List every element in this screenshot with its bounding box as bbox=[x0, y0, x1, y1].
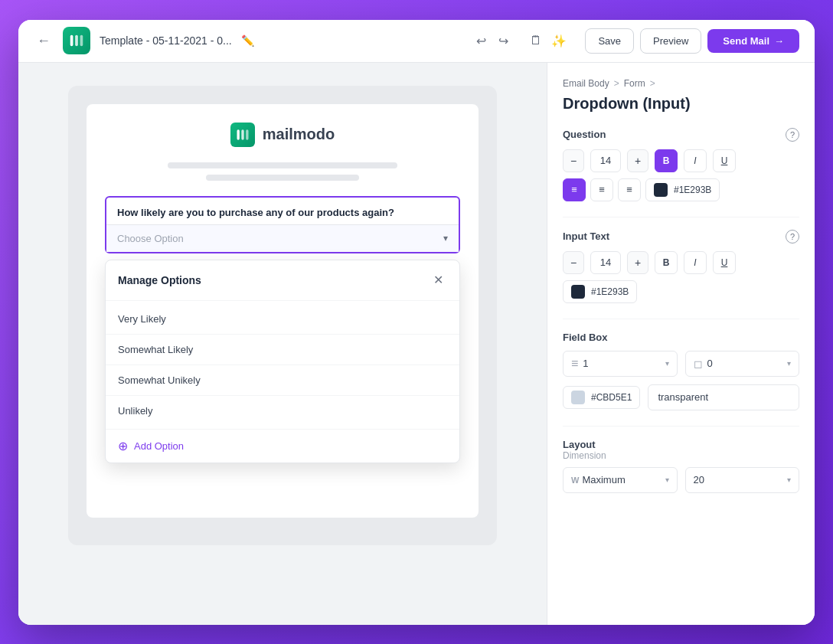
question-align-row: ≡ ≡ ≡ #1E293B bbox=[563, 178, 799, 201]
send-arrow-icon: → bbox=[774, 35, 784, 47]
right-panel: Email Body > Form > Dropdown (Input) Que… bbox=[547, 63, 815, 625]
border-radius-chevron: ▾ bbox=[787, 359, 791, 368]
svg-rect-3 bbox=[237, 129, 239, 139]
question-italic-button[interactable]: I bbox=[684, 149, 707, 172]
question-font-increase[interactable]: + bbox=[627, 149, 648, 172]
field-border-color-value: #CBD5E1 bbox=[591, 392, 632, 403]
add-circle-icon: ⊕ bbox=[118, 439, 128, 453]
input-text-label: Input Text bbox=[563, 230, 609, 242]
border-width-chevron: ▾ bbox=[665, 359, 669, 368]
comment-icon[interactable]: 🗒 bbox=[530, 34, 542, 48]
border-radius-select[interactable]: ◻ 0 ▾ bbox=[685, 351, 800, 377]
question-align-left[interactable]: ≡ bbox=[563, 178, 586, 201]
question-bold-button[interactable]: B bbox=[655, 149, 678, 172]
svg-rect-1 bbox=[75, 35, 78, 47]
email-logo-area: mailmodo bbox=[105, 123, 460, 147]
input-underline-button[interactable]: U bbox=[713, 251, 736, 274]
add-option-button[interactable]: ⊕ Add Option bbox=[106, 429, 459, 463]
list-item[interactable]: Unlikely bbox=[106, 396, 459, 426]
breadcrumb-email-body[interactable]: Email Body bbox=[563, 78, 609, 89]
width-type-chevron: ▾ bbox=[665, 476, 669, 484]
main-content: mailmodo How likely are you to purchase … bbox=[18, 63, 815, 625]
dropdown-field-container[interactable]: How likely are you to purchase any of ou… bbox=[105, 196, 460, 253]
layout-label: Layout bbox=[563, 439, 799, 450]
save-button[interactable]: Save bbox=[585, 28, 634, 54]
svg-rect-5 bbox=[246, 129, 248, 139]
preview-button[interactable]: Preview bbox=[640, 28, 701, 54]
input-bold-button[interactable]: B bbox=[655, 251, 678, 274]
question-font-row: − + B I U bbox=[563, 149, 799, 172]
header-actions: Save Preview Send Mail → bbox=[585, 28, 799, 54]
input-text-color-picker[interactable]: #1E293B bbox=[563, 280, 637, 303]
width-value-select[interactable]: 20 ▾ bbox=[685, 467, 800, 493]
manage-options-close-button[interactable]: ✕ bbox=[429, 271, 447, 289]
question-color-swatch bbox=[654, 183, 668, 197]
add-option-label: Add Option bbox=[134, 440, 184, 452]
question-color-picker[interactable]: #1E293B bbox=[645, 178, 720, 201]
list-item[interactable]: Somewhat Likely bbox=[106, 335, 459, 365]
panel-title: Dropdown (Input) bbox=[563, 95, 799, 113]
width-value: 20 bbox=[694, 474, 704, 485]
email-logo-text: mailmodo bbox=[263, 126, 335, 143]
field-bg-color-picker[interactable]: transparent bbox=[648, 384, 799, 410]
border-width-icon: ≡ bbox=[571, 357, 578, 371]
question-color-value: #1E293B bbox=[674, 185, 711, 195]
breadcrumb-sep-1: > bbox=[614, 78, 619, 89]
input-text-help-icon[interactable]: ? bbox=[786, 230, 799, 244]
list-item[interactable]: Very Likely bbox=[106, 304, 459, 335]
undo-redo-group: ↩ ↪ bbox=[473, 31, 511, 51]
question-font-size[interactable] bbox=[590, 149, 621, 172]
divider-2 bbox=[563, 319, 799, 319]
question-help-icon[interactable]: ? bbox=[786, 128, 799, 142]
input-font-size[interactable] bbox=[590, 251, 621, 274]
send-mail-button[interactable]: Send Mail → bbox=[707, 29, 799, 53]
input-text-font-row: − + B I U bbox=[563, 251, 799, 274]
input-text-color-row: #1E293B bbox=[563, 280, 799, 303]
input-text-section-header: Input Text ? bbox=[563, 230, 799, 244]
question-align-right[interactable]: ≡ bbox=[618, 178, 641, 201]
dimension-row: W Maximum ▾ 20 ▾ bbox=[563, 467, 799, 493]
options-list: Very Likely Somewhat Likely Somewhat Uni… bbox=[106, 301, 459, 429]
breadcrumb: Email Body > Form > bbox=[563, 78, 799, 89]
w-label: W bbox=[571, 476, 579, 485]
field-box-section: Field Box ≡ 1 ▾ ◻ 0 bbox=[563, 332, 799, 410]
divider-1 bbox=[563, 217, 799, 217]
divider-3 bbox=[563, 426, 799, 427]
question-align-center[interactable]: ≡ bbox=[590, 178, 613, 201]
border-radius-icon: ◻ bbox=[694, 358, 703, 370]
question-section-header: Question ? bbox=[563, 128, 799, 142]
svg-rect-2 bbox=[80, 35, 83, 47]
field-border-color-picker[interactable]: #CBD5E1 bbox=[563, 386, 640, 409]
email-content: mailmodo How likely are you to purchase … bbox=[87, 104, 479, 518]
toolbar-icons: 🗒 ✨ bbox=[530, 34, 567, 48]
chevron-down-icon: ▾ bbox=[443, 233, 448, 244]
undo-button[interactable]: ↩ bbox=[473, 31, 489, 51]
edit-title-icon[interactable]: ✏️ bbox=[241, 34, 254, 47]
input-font-decrease[interactable]: − bbox=[563, 251, 584, 274]
input-font-increase[interactable]: + bbox=[627, 251, 648, 274]
breadcrumb-form[interactable]: Form bbox=[624, 78, 645, 89]
app-logo bbox=[63, 27, 90, 54]
question-section-label: Question bbox=[563, 129, 606, 140]
list-item[interactable]: Somewhat Unikely bbox=[106, 365, 459, 396]
border-width-select[interactable]: ≡ 1 ▾ bbox=[563, 351, 678, 377]
magic-icon[interactable]: ✨ bbox=[551, 34, 567, 48]
dropdown-input[interactable]: Choose Option ▾ bbox=[106, 224, 459, 252]
input-color-value: #1E293B bbox=[591, 286, 629, 297]
divider-line-1 bbox=[168, 162, 397, 168]
divider-line-2 bbox=[206, 175, 359, 181]
input-text-section: Input Text ? − + B I U #1E293B bbox=[563, 230, 799, 303]
question-font-decrease[interactable]: − bbox=[563, 149, 584, 172]
layout-section: Layout Dimension W Maximum ▾ 20 ▾ bbox=[563, 439, 799, 493]
redo-button[interactable]: ↪ bbox=[495, 31, 511, 51]
field-box-section-header: Field Box bbox=[563, 332, 799, 343]
question-underline-button[interactable]: U bbox=[713, 149, 736, 172]
input-italic-button[interactable]: I bbox=[684, 251, 707, 274]
width-type-select[interactable]: W Maximum ▾ bbox=[563, 467, 678, 493]
back-button[interactable]: ← bbox=[34, 30, 54, 52]
email-placeholder-lines bbox=[105, 162, 460, 181]
field-box-row: ≡ 1 ▾ ◻ 0 ▾ bbox=[563, 351, 799, 377]
dropdown-placeholder: Choose Option bbox=[117, 233, 184, 244]
template-title: Template - 05-11-2021 - 0... bbox=[100, 34, 232, 47]
manage-options-title: Manage Options bbox=[118, 274, 201, 286]
